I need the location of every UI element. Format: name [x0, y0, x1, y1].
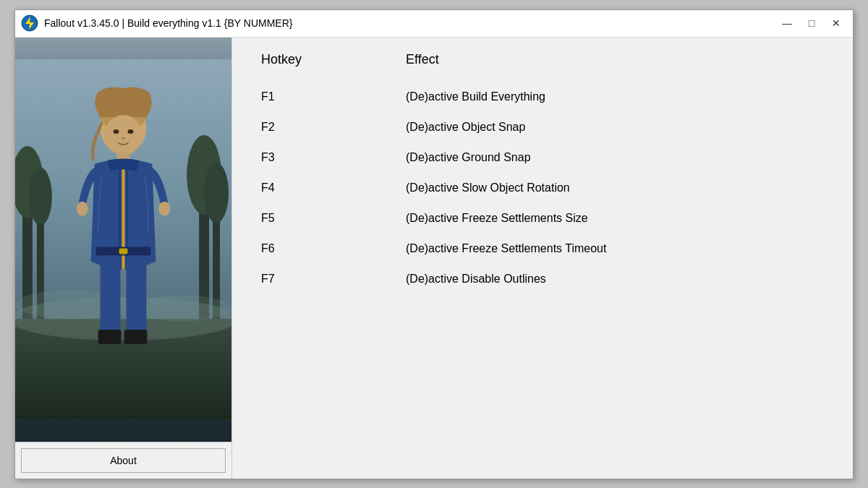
effect-f5: (De)active Freeze Settlements Size	[406, 212, 824, 225]
key-f3: F3	[261, 151, 406, 164]
svg-rect-24	[119, 248, 128, 254]
effect-f6: (De)active Freeze Settlements Timeout	[406, 242, 824, 255]
about-btn-container: About	[15, 442, 231, 479]
title-bar: Fallout v1.3.45.0 | Build everything v1.…	[15, 10, 853, 38]
table-row: F6 (De)active Freeze Settlements Timeout	[261, 234, 824, 264]
svg-point-17	[105, 115, 142, 155]
key-f7: F7	[261, 273, 406, 286]
title-bar-controls: — □ ✕	[776, 14, 847, 33]
main-window: Fallout v1.3.45.0 | Build everything v1.…	[14, 9, 854, 479]
table-row: F5 (De)active Freeze Settlements Size	[261, 203, 824, 234]
header-hotkey: Hotkey	[261, 52, 406, 67]
key-f2: F2	[261, 121, 406, 134]
table-row: F7 (De)active Disable Outlines	[261, 264, 824, 294]
svg-point-21	[77, 201, 88, 215]
minimize-button[interactable]: —	[776, 14, 798, 33]
svg-rect-26	[126, 255, 146, 335]
right-panel: Hotkey Effect F1 (De)active Build Everyt…	[232, 38, 853, 479]
table-row: F2 (De)active Object Snap	[261, 112, 824, 142]
svg-point-19	[127, 129, 133, 134]
hotkey-table-header: Hotkey Effect	[261, 52, 824, 67]
effect-f7: (De)active Disable Outlines	[406, 273, 824, 286]
app-icon	[21, 14, 38, 32]
svg-point-11	[204, 162, 229, 223]
svg-point-22	[158, 201, 170, 215]
about-button[interactable]: About	[21, 448, 226, 473]
effect-f2: (De)active Object Snap	[406, 121, 824, 134]
key-f1: F1	[261, 90, 406, 103]
svg-rect-27	[98, 330, 122, 344]
effect-f4: (De)active Slow Object Rotation	[406, 181, 824, 194]
background-scene	[15, 38, 231, 442]
table-row: F3 (De)active Ground Snap	[261, 142, 824, 173]
close-button[interactable]: ✕	[825, 14, 847, 33]
svg-rect-28	[124, 330, 147, 344]
key-f4: F4	[261, 181, 406, 194]
left-panel: About	[15, 38, 232, 479]
header-effect: Effect	[406, 52, 824, 67]
table-row: F1 (De)active Build Everything	[261, 82, 824, 112]
key-f6: F6	[261, 242, 406, 255]
maximize-button[interactable]: □	[801, 14, 822, 33]
effect-f1: (De)active Build Everything	[406, 90, 824, 103]
svg-point-18	[114, 129, 119, 134]
svg-rect-25	[101, 255, 121, 335]
window-title: Fallout v1.3.45.0 | Build everything v1.…	[44, 17, 292, 29]
title-bar-left: Fallout v1.3.45.0 | Build everything v1.…	[21, 14, 292, 32]
svg-point-7	[29, 167, 52, 225]
key-f5: F5	[261, 212, 406, 225]
effect-f3: (De)active Ground Snap	[406, 151, 824, 164]
hotkey-table: Hotkey Effect F1 (De)active Build Everyt…	[261, 52, 824, 294]
content-area: About Hotkey Effect F1 (De)active Build …	[15, 38, 853, 479]
table-row: F4 (De)active Slow Object Rotation	[261, 173, 824, 203]
character-image	[15, 38, 231, 442]
